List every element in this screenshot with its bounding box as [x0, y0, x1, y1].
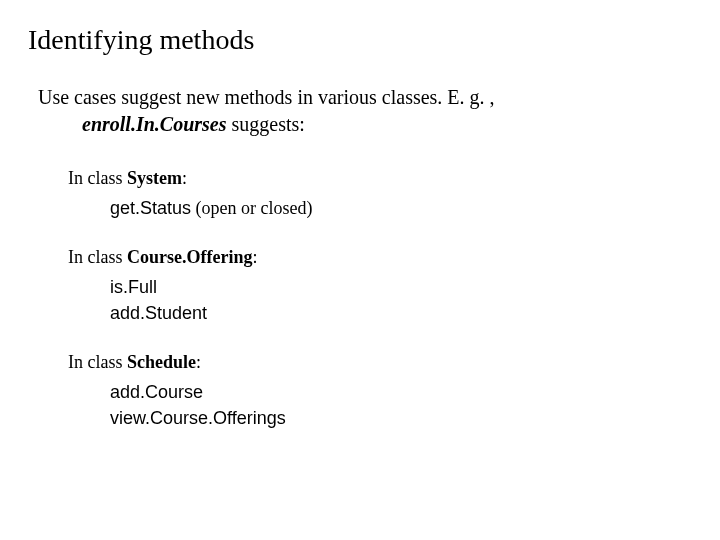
class-section-system: In class System: get.Status (open or clo… [68, 168, 692, 221]
method-name: add.Student [110, 303, 207, 323]
method-name: add.Course [110, 382, 203, 402]
class-section-courseoffering: In class Course.Offering: is.Full add.St… [68, 247, 692, 326]
class-heading-pre: In class [68, 352, 127, 372]
class-heading-post: : [182, 168, 187, 188]
method-name: view.Course.Offerings [110, 408, 286, 428]
method-name: get.Status [110, 198, 191, 218]
class-heading: In class System: [68, 168, 692, 189]
intro-line2: enroll.In.Courses suggests: [82, 111, 692, 138]
intro-usecase-name: enroll.In.Courses [82, 113, 227, 135]
class-name: System [127, 168, 182, 188]
class-section-schedule: In class Schedule: add.Course view.Cours… [68, 352, 692, 431]
method-note: (open or closed) [191, 198, 312, 218]
method-item: add.Student [110, 300, 692, 326]
method-item: get.Status (open or closed) [110, 195, 692, 221]
class-name: Course.Offering [127, 247, 252, 267]
method-name: is.Full [110, 277, 157, 297]
class-name: Schedule [127, 352, 196, 372]
intro-line2-post: suggests: [227, 113, 305, 135]
class-heading: In class Course.Offering: [68, 247, 692, 268]
slide: Identifying methods Use cases suggest ne… [0, 0, 720, 481]
intro-line1: Use cases suggest new methods in various… [38, 86, 495, 108]
class-heading-pre: In class [68, 168, 127, 188]
class-heading-pre: In class [68, 247, 127, 267]
method-item: is.Full [110, 274, 692, 300]
intro-paragraph: Use cases suggest new methods in various… [38, 84, 692, 138]
method-item: add.Course [110, 379, 692, 405]
slide-title: Identifying methods [28, 24, 692, 56]
method-item: view.Course.Offerings [110, 405, 692, 431]
class-heading: In class Schedule: [68, 352, 692, 373]
class-heading-post: : [252, 247, 257, 267]
class-heading-post: : [196, 352, 201, 372]
